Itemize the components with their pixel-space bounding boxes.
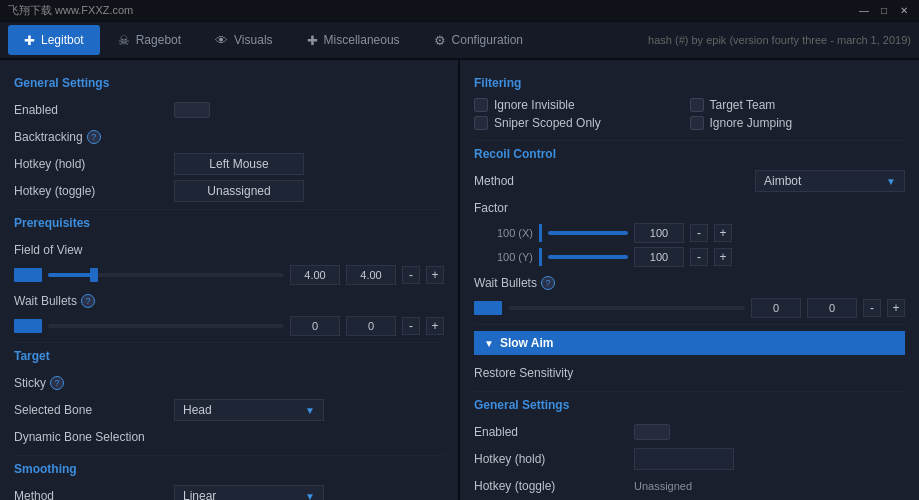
right-general-settings-header: General Settings [474,398,905,412]
wait-bullets-val1[interactable]: 0 [290,316,340,336]
selected-bone-arrow: ▼ [305,405,315,416]
filtering-cols: Ignore Invisible Sniper Scoped Only Targ… [474,98,905,134]
enabled-toggle[interactable] [174,102,210,118]
tab-miscellaneous[interactable]: ✚ Miscellaneous [291,25,416,55]
recoil-control-header: Recoil Control [474,147,905,161]
x-slider-fill [548,231,628,235]
title-bar: 飞翔下载 www.FXXZ.com — □ ✕ [0,0,919,22]
wait-bullets-minus-btn[interactable]: - [402,317,420,335]
right-wait-bullets-plus[interactable]: + [887,299,905,317]
right-wait-bullets-val1[interactable]: 0 [751,298,801,318]
right-wait-bullets-track[interactable] [508,306,745,310]
right-wait-bullets-blue [474,301,502,315]
ignore-jumping-checkbox[interactable] [690,116,704,130]
tab-visuals[interactable]: 👁 Visuals [199,25,288,55]
backtracking-row: Backtracking ? [14,125,444,149]
filtering-header: Filtering [474,76,905,90]
y-minus-btn[interactable]: - [690,248,708,266]
misc-icon: ✚ [307,33,318,48]
right-hotkey-toggle-row: Hotkey (toggle) Unassigned [474,474,905,498]
wait-bullets-val2[interactable]: 0 [346,316,396,336]
hash-info-label: hash (#) by epik (version fourty three -… [648,34,911,46]
x-val[interactable]: 100 [634,223,684,243]
wait-bullets-info-icon[interactable]: ? [81,294,95,308]
selected-bone-dropdown[interactable]: Head ▼ [174,399,324,421]
sticky-info-icon[interactable]: ? [50,376,64,390]
right-wait-bullets-val2[interactable]: 0 [807,298,857,318]
right-wait-bullets-label: Wait Bullets ? [474,276,634,290]
fov-slider-fill [48,273,95,277]
right-hotkey-hold-value[interactable] [634,448,734,470]
sticky-row: Sticky ? [14,371,444,395]
y-val[interactable]: 100 [634,247,684,267]
ragebot-icon: ☠ [118,33,130,48]
target-team-label: Target Team [710,98,776,112]
right-hotkey-toggle-value: Unassigned [634,480,692,492]
wait-bullets-label: Wait Bullets ? [14,294,174,308]
y-slider-track[interactable] [548,255,628,259]
tab-ragebot[interactable]: ☠ Ragebot [102,25,197,55]
right-wait-bullets-minus[interactable]: - [863,299,881,317]
right-wait-bullets-info-icon[interactable]: ? [541,276,555,290]
dynamic-bone-row: Dynamic Bone Selection [14,425,444,449]
hotkey-toggle-value[interactable]: Unassigned [174,180,304,202]
right-enabled-label: Enabled [474,425,634,439]
y-slider-row: 100 (Y) 100 - + [474,247,905,267]
fov-minus-btn[interactable]: - [402,266,420,284]
target-team-checkbox[interactable] [690,98,704,112]
smoothing-method-dropdown[interactable]: Linear ▼ [174,485,324,500]
recoil-method-row: Method Aimbot ▼ [474,169,905,193]
general-settings-header: General Settings [14,76,444,90]
restore-sensitivity-row: Restore Sensitivity [474,361,905,385]
x-minus-btn[interactable]: - [690,224,708,242]
right-panel: Filtering Ignore Invisible Sniper Scoped… [460,60,919,500]
smoothing-header: Smoothing [14,462,444,476]
hotkey-toggle-label: Hotkey (toggle) [14,184,174,198]
recoil-method-label: Method [474,174,634,188]
tab-config-label: Configuration [452,33,523,47]
hotkey-hold-value[interactable]: Left Mouse [174,153,304,175]
fov-blue-indicator [14,268,42,282]
fov-slider-row: 4.00 4.00 - + [14,265,444,285]
smoothing-method-value: Linear [183,489,216,500]
x-plus-btn[interactable]: + [714,224,732,242]
ignore-invisible-checkbox[interactable] [474,98,488,112]
enabled-row: Enabled [14,98,444,122]
smoothing-method-label: Method [14,489,174,500]
y-plus-btn[interactable]: + [714,248,732,266]
dynamic-bone-label: Dynamic Bone Selection [14,430,174,444]
config-icon: ⚙ [434,33,446,48]
minimize-button[interactable]: — [857,4,871,18]
fov-slider-track[interactable] [48,273,284,277]
tab-legitbot[interactable]: ✚ Legitbot [8,25,100,55]
right-hotkey-hold-row: Hotkey (hold) [474,447,905,471]
tab-misc-label: Miscellaneous [324,33,400,47]
enabled-label: Enabled [14,103,174,117]
sniper-scoped-checkbox[interactable] [474,116,488,130]
wait-bullets-slider-track[interactable] [48,324,284,328]
filter-col-right: Target Team Ignore Jumping [690,98,906,134]
wait-bullets-plus-btn[interactable]: + [426,317,444,335]
x-slider-label: 100 (X) [478,227,533,239]
fov-plus-btn[interactable]: + [426,266,444,284]
right-enabled-toggle[interactable] [634,424,670,440]
close-button[interactable]: ✕ [897,4,911,18]
ignore-invisible-item: Ignore Invisible [474,98,690,112]
fov-val2[interactable]: 4.00 [346,265,396,285]
sniper-scoped-item: Sniper Scoped Only [474,116,690,130]
slow-aim-header[interactable]: ▼ Slow Aim [474,331,905,355]
brand-label: 飞翔下载 www.FXXZ.com [8,3,133,18]
maximize-button[interactable]: □ [877,4,891,18]
fov-val1[interactable]: 4.00 [290,265,340,285]
tab-configuration[interactable]: ⚙ Configuration [418,25,539,55]
ignore-jumping-label: Ignore Jumping [710,116,793,130]
recoil-method-dropdown[interactable]: Aimbot ▼ [755,170,905,192]
recoil-method-value: Aimbot [764,174,801,188]
x-slider-row: 100 (X) 100 - + [474,223,905,243]
smoothing-method-row: Method Linear ▼ [14,484,444,500]
fov-slider-thumb[interactable] [90,268,98,282]
x-slider-track[interactable] [548,231,628,235]
recoil-factor-label-row: Factor [474,196,905,220]
backtracking-info-icon[interactable]: ? [87,130,101,144]
smoothing-method-arrow: ▼ [305,491,315,501]
